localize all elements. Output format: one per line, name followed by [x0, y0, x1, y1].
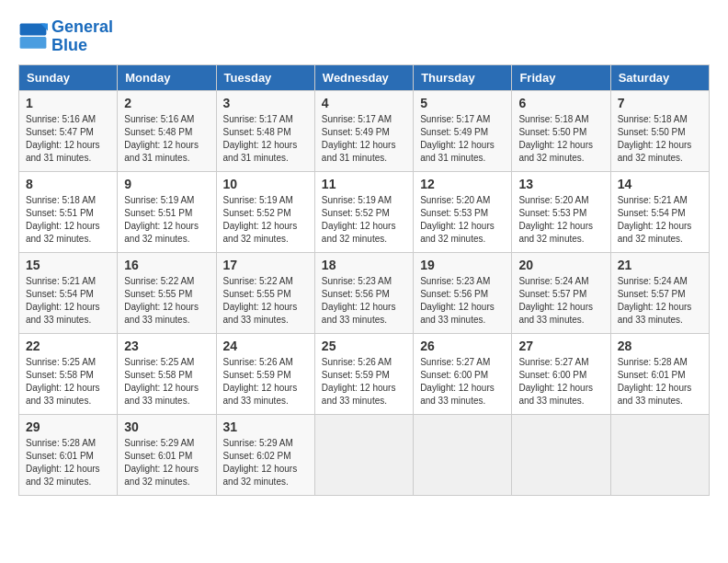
calendar-cell: 21 Sunrise: 5:24 AM Sunset: 5:57 PM Dayl…: [610, 252, 709, 333]
day-info: Sunrise: 5:27 AM Sunset: 6:00 PM Dayligh…: [420, 356, 505, 408]
day-info: Sunrise: 5:19 AM Sunset: 5:52 PM Dayligh…: [322, 194, 406, 246]
calendar-cell: 1 Sunrise: 5:16 AM Sunset: 5:47 PM Dayli…: [19, 90, 118, 171]
header-saturday: Saturday: [610, 64, 709, 90]
day-info: Sunrise: 5:28 AM Sunset: 6:01 PM Dayligh…: [26, 437, 110, 488]
day-info: Sunrise: 5:21 AM Sunset: 5:54 PM Dayligh…: [26, 275, 110, 327]
day-number: 8: [26, 177, 110, 191]
calendar-table: SundayMondayTuesdayWednesdayThursdayFrid…: [18, 64, 710, 496]
calendar-cell: [414, 414, 512, 495]
calendar-cell: 25 Sunrise: 5:26 AM Sunset: 5:59 PM Dayl…: [314, 333, 413, 414]
calendar-cell: 18 Sunrise: 5:23 AM Sunset: 5:56 PM Dayl…: [314, 252, 413, 333]
day-number: 18: [322, 258, 406, 272]
header-thursday: Thursday: [414, 64, 512, 90]
calendar-cell: 15 Sunrise: 5:21 AM Sunset: 5:54 PM Dayl…: [19, 252, 118, 333]
page-header: General Blue: [18, 18, 710, 55]
svg-rect-1: [20, 37, 47, 49]
day-number: 2: [124, 96, 209, 110]
day-info: Sunrise: 5:24 AM Sunset: 5:57 PM Dayligh…: [618, 275, 702, 327]
day-info: Sunrise: 5:22 AM Sunset: 5:55 PM Dayligh…: [124, 275, 209, 327]
day-info: Sunrise: 5:29 AM Sunset: 6:02 PM Dayligh…: [223, 437, 308, 488]
day-info: Sunrise: 5:25 AM Sunset: 5:58 PM Dayligh…: [26, 356, 110, 408]
calendar-cell: [314, 414, 413, 495]
header-monday: Monday: [118, 64, 216, 90]
day-info: Sunrise: 5:17 AM Sunset: 5:48 PM Dayligh…: [223, 113, 308, 165]
day-number: 22: [26, 339, 110, 353]
day-info: Sunrise: 5:18 AM Sunset: 5:50 PM Dayligh…: [518, 113, 603, 165]
day-number: 1: [26, 96, 110, 110]
day-info: Sunrise: 5:29 AM Sunset: 6:01 PM Dayligh…: [124, 437, 209, 488]
day-info: Sunrise: 5:19 AM Sunset: 5:51 PM Dayligh…: [124, 194, 209, 246]
header-friday: Friday: [512, 64, 610, 90]
calendar-cell: 6 Sunrise: 5:18 AM Sunset: 5:50 PM Dayli…: [512, 90, 610, 171]
calendar-week-3: 15 Sunrise: 5:21 AM Sunset: 5:54 PM Dayl…: [19, 252, 710, 333]
logo-text: General Blue: [51, 18, 113, 55]
logo: General Blue: [18, 18, 113, 55]
day-number: 26: [420, 339, 505, 353]
calendar-cell: 26 Sunrise: 5:27 AM Sunset: 6:00 PM Dayl…: [414, 333, 512, 414]
day-number: 17: [223, 258, 308, 272]
logo-icon: [18, 22, 48, 52]
calendar-header-row: SundayMondayTuesdayWednesdayThursdayFrid…: [19, 64, 710, 90]
day-number: 23: [124, 339, 209, 353]
day-number: 31: [223, 419, 308, 434]
day-number: 25: [322, 339, 406, 353]
calendar-week-5: 29 Sunrise: 5:28 AM Sunset: 6:01 PM Dayl…: [19, 414, 710, 495]
calendar-cell: 8 Sunrise: 5:18 AM Sunset: 5:51 PM Dayli…: [19, 171, 118, 252]
day-info: Sunrise: 5:18 AM Sunset: 5:51 PM Dayligh…: [26, 194, 110, 246]
calendar-cell: 4 Sunrise: 5:17 AM Sunset: 5:49 PM Dayli…: [314, 90, 413, 171]
day-number: 29: [26, 419, 110, 434]
calendar-cell: 2 Sunrise: 5:16 AM Sunset: 5:48 PM Dayli…: [118, 90, 216, 171]
day-info: Sunrise: 5:18 AM Sunset: 5:50 PM Dayligh…: [618, 113, 702, 165]
day-number: 4: [322, 96, 406, 110]
day-number: 15: [26, 258, 110, 272]
day-number: 10: [223, 177, 308, 191]
calendar-cell: [610, 414, 709, 495]
day-number: 14: [618, 177, 702, 191]
day-number: 19: [420, 258, 505, 272]
calendar-cell: 31 Sunrise: 5:29 AM Sunset: 6:02 PM Dayl…: [216, 414, 314, 495]
day-number: 11: [322, 177, 406, 191]
day-number: 9: [124, 177, 209, 191]
day-number: 24: [223, 339, 308, 353]
day-number: 20: [518, 258, 603, 272]
day-number: 5: [420, 96, 505, 110]
header-sunday: Sunday: [19, 64, 118, 90]
day-info: Sunrise: 5:28 AM Sunset: 6:01 PM Dayligh…: [618, 356, 702, 408]
day-number: 30: [124, 419, 209, 434]
calendar-cell: 22 Sunrise: 5:25 AM Sunset: 5:58 PM Dayl…: [19, 333, 118, 414]
day-info: Sunrise: 5:24 AM Sunset: 5:57 PM Dayligh…: [518, 275, 603, 327]
day-number: 6: [518, 96, 603, 110]
calendar-cell: 5 Sunrise: 5:17 AM Sunset: 5:49 PM Dayli…: [414, 90, 512, 171]
calendar-cell: 20 Sunrise: 5:24 AM Sunset: 5:57 PM Dayl…: [512, 252, 610, 333]
calendar-cell: 13 Sunrise: 5:20 AM Sunset: 5:53 PM Dayl…: [512, 171, 610, 252]
day-info: Sunrise: 5:26 AM Sunset: 5:59 PM Dayligh…: [223, 356, 308, 408]
calendar-cell: 14 Sunrise: 5:21 AM Sunset: 5:54 PM Dayl…: [610, 171, 709, 252]
day-number: 3: [223, 96, 308, 110]
header-wednesday: Wednesday: [314, 64, 413, 90]
day-number: 12: [420, 177, 505, 191]
day-info: Sunrise: 5:17 AM Sunset: 5:49 PM Dayligh…: [322, 113, 406, 165]
header-tuesday: Tuesday: [216, 64, 314, 90]
day-number: 21: [618, 258, 702, 272]
day-number: 13: [518, 177, 603, 191]
calendar-cell: 17 Sunrise: 5:22 AM Sunset: 5:55 PM Dayl…: [216, 252, 314, 333]
calendar-cell: 3 Sunrise: 5:17 AM Sunset: 5:48 PM Dayli…: [216, 90, 314, 171]
day-info: Sunrise: 5:19 AM Sunset: 5:52 PM Dayligh…: [223, 194, 308, 246]
calendar-week-1: 1 Sunrise: 5:16 AM Sunset: 5:47 PM Dayli…: [19, 90, 710, 171]
day-number: 28: [618, 339, 702, 353]
day-info: Sunrise: 5:16 AM Sunset: 5:48 PM Dayligh…: [124, 113, 209, 165]
day-info: Sunrise: 5:16 AM Sunset: 5:47 PM Dayligh…: [26, 113, 110, 165]
day-info: Sunrise: 5:20 AM Sunset: 5:53 PM Dayligh…: [420, 194, 505, 246]
day-number: 27: [518, 339, 603, 353]
calendar-cell: 27 Sunrise: 5:27 AM Sunset: 6:00 PM Dayl…: [512, 333, 610, 414]
day-info: Sunrise: 5:22 AM Sunset: 5:55 PM Dayligh…: [223, 275, 308, 327]
calendar-cell: 24 Sunrise: 5:26 AM Sunset: 5:59 PM Dayl…: [216, 333, 314, 414]
day-number: 7: [618, 96, 702, 110]
day-info: Sunrise: 5:27 AM Sunset: 6:00 PM Dayligh…: [518, 356, 603, 408]
calendar-cell: 9 Sunrise: 5:19 AM Sunset: 5:51 PM Dayli…: [118, 171, 216, 252]
day-number: 16: [124, 258, 209, 272]
day-info: Sunrise: 5:25 AM Sunset: 5:58 PM Dayligh…: [124, 356, 209, 408]
calendar-cell: 30 Sunrise: 5:29 AM Sunset: 6:01 PM Dayl…: [118, 414, 216, 495]
calendar-week-2: 8 Sunrise: 5:18 AM Sunset: 5:51 PM Dayli…: [19, 171, 710, 252]
day-info: Sunrise: 5:26 AM Sunset: 5:59 PM Dayligh…: [322, 356, 406, 408]
